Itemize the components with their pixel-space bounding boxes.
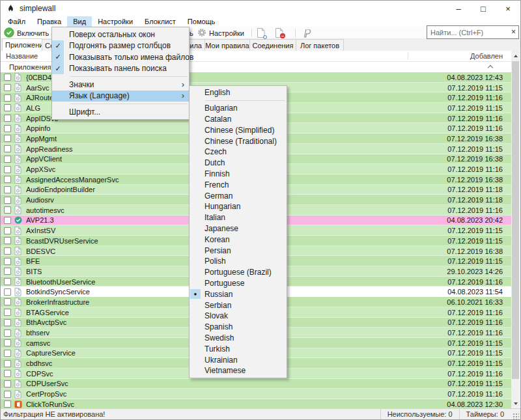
- language-item-ukrainian[interactable]: Ukrainian: [190, 354, 287, 365]
- row-checkbox[interactable]: [4, 197, 11, 204]
- view-menu-item-показывать-только-имена-файлов[interactable]: ✓Показывать только имена файлов: [52, 51, 189, 63]
- language-item-korean[interactable]: Korean: [190, 234, 287, 245]
- scrollbar-thumb[interactable]: [512, 61, 519, 379]
- row-checkbox[interactable]: [4, 258, 11, 265]
- row-checkbox[interactable]: [4, 206, 11, 214]
- row-checkbox[interactable]: [4, 309, 11, 316]
- view-menu-item-показывать-панель-поиска[interactable]: ✓Показывать панель поиска: [52, 63, 189, 75]
- donate-button[interactable]: [302, 27, 312, 38]
- language-item-persian[interactable]: Persian: [190, 245, 287, 256]
- row-checkbox[interactable]: [4, 156, 11, 163]
- language-item-catalan[interactable]: Catalan: [190, 114, 287, 125]
- language-item-polish[interactable]: Polish: [190, 256, 287, 267]
- column-divider[interactable]: [408, 52, 408, 60]
- row-checkbox[interactable]: [4, 227, 11, 234]
- minimize-button[interactable]: –: [446, 1, 471, 17]
- row-checkbox[interactable]: [4, 135, 11, 142]
- language-item-russian[interactable]: ●Russian: [190, 288, 287, 300]
- menubar-item-вид[interactable]: Вид: [67, 16, 92, 27]
- tab-соединения[interactable]: Соединения: [249, 39, 296, 51]
- maximize-button[interactable]: □: [471, 1, 496, 17]
- language-item-chinese-simplified-[interactable]: Chinese (Simplified): [190, 124, 287, 135]
- view-menu-item-поверх-остальных-окон[interactable]: Поверх остальных окон: [52, 29, 189, 40]
- search-input[interactable]: [427, 25, 519, 39]
- row-checkbox[interactable]: [4, 115, 11, 122]
- scroll-down-icon[interactable]: [511, 399, 520, 408]
- language-item-slovak[interactable]: Slovak: [190, 311, 287, 322]
- row-checkbox[interactable]: [4, 74, 11, 81]
- view-menu-item-подгонять-размер-столбцов[interactable]: ✓Подгонять размер столбцов: [52, 40, 189, 52]
- language-item-czech[interactable]: Czech: [190, 147, 287, 158]
- language-item-portuguese-brazil-[interactable]: Portuguese (Brazil): [190, 267, 287, 278]
- language-item-german[interactable]: German: [190, 190, 287, 201]
- tab-мои-правила[interactable]: Мои правила: [204, 39, 250, 51]
- table-row[interactable]: CertPropSvc07.12.2019 11:16: [1, 389, 512, 399]
- language-item-hungarian[interactable]: Hungarian: [190, 201, 287, 212]
- row-checkbox[interactable]: [4, 145, 11, 152]
- language-item-spanish[interactable]: Spanish: [190, 322, 287, 333]
- menubar-item-блоклист[interactable]: Блоклист: [139, 16, 182, 27]
- row-checkbox[interactable]: [4, 237, 11, 244]
- clear-log-button[interactable]: [275, 27, 283, 38]
- row-checkbox[interactable]: [4, 350, 11, 357]
- row-checkbox[interactable]: [4, 339, 11, 346]
- language-item-english[interactable]: English: [190, 87, 287, 98]
- language-item-swedish[interactable]: Swedish: [190, 333, 287, 344]
- menubar-item-настройки[interactable]: Настройки: [92, 16, 139, 27]
- vertical-scrollbar[interactable]: [511, 51, 520, 408]
- refresh-button[interactable]: ь: [190, 27, 193, 38]
- settings-button[interactable]: Настройки: [197, 27, 244, 38]
- open-log-button[interactable]: [257, 27, 265, 38]
- enable-filtering-button[interactable]: Включить ф: [4, 27, 57, 38]
- tab-лог-пакетов[interactable]: Лог пакетов: [296, 39, 344, 51]
- language-item-portuguese[interactable]: Portuguese: [190, 278, 287, 289]
- view-menu-item-значки[interactable]: Значки›: [52, 79, 189, 91]
- menubar-item-файл[interactable]: Файл: [2, 16, 31, 27]
- row-checkbox[interactable]: [4, 94, 11, 102]
- language-item-dutch[interactable]: Dutch: [190, 158, 287, 169]
- resize-grip[interactable]: [512, 412, 519, 419]
- row-checkbox[interactable]: [4, 84, 11, 91]
- view-menu-item-шрифт-[interactable]: Шрифт...: [52, 106, 189, 118]
- row-checkbox[interactable]: [4, 186, 11, 193]
- row-checkbox[interactable]: [4, 400, 11, 408]
- language-item-serbian[interactable]: Serbian: [190, 300, 287, 311]
- row-checkbox[interactable]: [4, 319, 11, 326]
- row-checkbox[interactable]: [4, 176, 11, 183]
- row-checkbox[interactable]: [4, 288, 11, 296]
- row-checkbox[interactable]: [4, 380, 11, 387]
- language-item-italian[interactable]: Italian: [190, 212, 287, 223]
- row-checkbox[interactable]: [4, 278, 11, 285]
- row-checkbox[interactable]: [4, 329, 11, 337]
- column-name-header[interactable]: Название: [6, 52, 38, 60]
- row-checkbox[interactable]: [4, 125, 11, 132]
- row-checkbox[interactable]: [4, 298, 11, 305]
- row-checkbox[interactable]: [4, 166, 11, 173]
- menubar-item-помощь[interactable]: Помощь: [182, 16, 221, 27]
- table-row[interactable]: CDPUserSvc07.12.2019 11:15: [1, 379, 512, 389]
- language-item-finnish[interactable]: Finnish: [190, 169, 287, 180]
- language-item-turkish[interactable]: Turkish: [190, 343, 287, 354]
- menubar-item-правка[interactable]: Правка: [31, 16, 67, 27]
- view-menu-item-язык-language-[interactable]: Язык (Language)›: [52, 91, 189, 102]
- language-item-bulgarian[interactable]: Bulgarian: [190, 103, 287, 114]
- column-added-header[interactable]: Добавлен: [470, 52, 503, 60]
- language-item-vietnamese[interactable]: Vietnamese: [190, 365, 287, 376]
- search-clear-icon[interactable]: ×: [511, 27, 516, 36]
- row-checkbox[interactable]: [4, 217, 11, 224]
- language-item-chinese-traditional-[interactable]: Chinese (Traditional): [190, 135, 287, 147]
- collapse-chevron-icon[interactable]: [488, 65, 493, 70]
- language-item-french[interactable]: French: [190, 179, 287, 190]
- table-row[interactable]: ClickToRunSvc04.08.2023 12:30: [1, 399, 512, 408]
- gear-icon: [197, 28, 206, 38]
- row-checkbox[interactable]: [4, 360, 11, 367]
- close-button[interactable]: ×: [496, 1, 520, 17]
- row-checkbox[interactable]: [4, 268, 11, 275]
- language-item-japanese[interactable]: Japanese: [190, 223, 287, 234]
- scroll-up-icon[interactable]: [511, 51, 520, 61]
- row-checkbox[interactable]: [4, 391, 11, 398]
- row-checkbox[interactable]: [4, 370, 11, 377]
- row-checkbox[interactable]: [4, 247, 11, 255]
- row-checkbox[interactable]: [4, 104, 11, 111]
- tab-приложения[interactable]: Приложения: [2, 38, 42, 51]
